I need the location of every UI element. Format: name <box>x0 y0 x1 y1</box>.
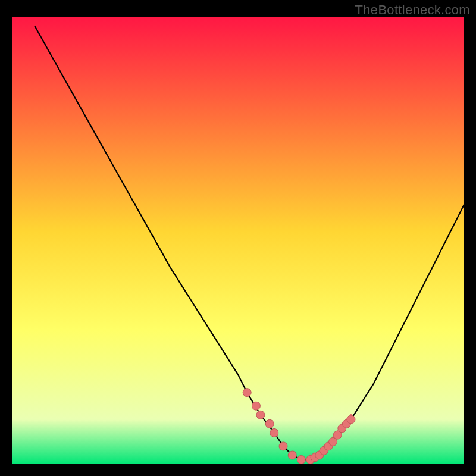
data-marker <box>270 428 278 437</box>
data-marker <box>288 451 296 459</box>
data-marker <box>252 402 260 410</box>
data-marker <box>297 456 305 464</box>
data-marker <box>256 411 265 419</box>
bottleneck-chart <box>12 17 464 464</box>
data-marker <box>279 442 287 450</box>
chart-frame: TheBottleneck.com <box>0 0 476 476</box>
gradient-background <box>12 17 464 464</box>
data-marker <box>265 419 274 428</box>
data-marker <box>243 389 251 397</box>
watermark-text: TheBottleneck.com <box>355 2 470 18</box>
plot-area <box>12 17 464 464</box>
data-marker <box>347 415 355 424</box>
